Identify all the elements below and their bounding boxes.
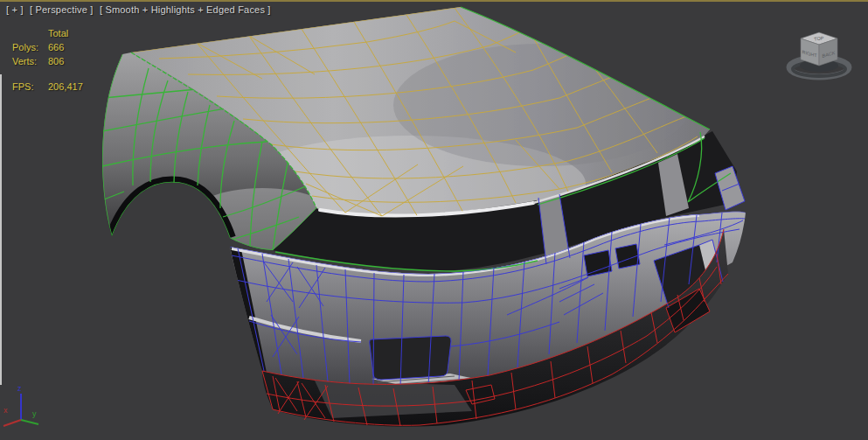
statistics-overlay: Total Polys:666 Verts:806 FPS:206,417 — [0, 26, 83, 94]
axis-x-label: x — [3, 406, 8, 415]
viewport-label-bar: [ + ] [ Perspective ] [ Smooth + Highlig… — [6, 4, 274, 15]
world-axis-gizmo: z x y — [3, 384, 38, 426]
window-edge-strip — [0, 74, 2, 385]
axis-y-label: y — [32, 409, 37, 418]
stats-verts-label: Verts: — [12, 54, 48, 68]
stats-verts-value: 806 — [48, 54, 64, 68]
stats-polys-value: 666 — [48, 40, 64, 54]
stats-fps-value: 206,417 — [48, 80, 83, 94]
fog-lamp-opening — [370, 336, 451, 380]
active-viewport-border — [0, 0, 868, 2]
viewport-general-menu[interactable]: [ + ] — [6, 4, 24, 15]
viewport-shading-menu[interactable]: [ Smooth + Highlights + Edged Faces ] — [100, 4, 271, 15]
stats-total-header: Total — [48, 26, 68, 40]
car-model[interactable] — [102, 7, 746, 427]
viewport-pov-menu[interactable]: [ Perspective ] — [30, 4, 94, 15]
viewport-canvas[interactable]: z x y TOP RIGHT BACK — [0, 0, 868, 440]
stats-polys-label: Polys: — [12, 40, 48, 54]
stats-fps-label: FPS: — [12, 80, 48, 94]
max-perspective-viewport[interactable]: z x y TOP RIGHT BACK [ + ] [ Perspectiv — [0, 0, 868, 440]
viewcube[interactable]: TOP RIGHT BACK — [789, 32, 849, 77]
axis-z-label: z — [17, 384, 22, 393]
